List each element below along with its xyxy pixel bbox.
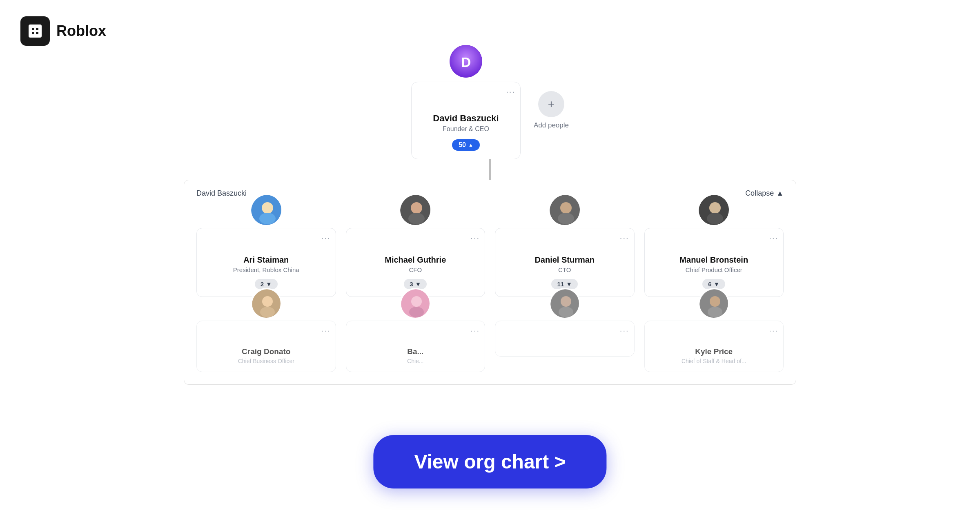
child-card-daniel: ··· Daniel Sturman CTO 11 ▼ bbox=[495, 228, 635, 297]
d3-avatar bbox=[549, 288, 580, 319]
kyle-more-button[interactable]: ··· bbox=[769, 326, 778, 335]
svg-point-9 bbox=[262, 202, 273, 214]
svg-rect-0 bbox=[29, 25, 42, 38]
root-name: David Baszucki bbox=[433, 113, 499, 124]
root-avatar: D bbox=[448, 44, 483, 79]
ba-name: Ba... bbox=[407, 347, 423, 356]
craig-name: Craig Donato bbox=[242, 347, 290, 356]
daniel-more-button[interactable]: ··· bbox=[620, 233, 629, 243]
child-card-ari: ··· Ari Staiman President, Roblox China … bbox=[196, 228, 336, 297]
svg-point-28 bbox=[707, 213, 723, 224]
child-card-wrapper-manuel: ··· Manuel Bronstein Chief Product Offic… bbox=[644, 210, 784, 297]
header: Roblox bbox=[20, 16, 106, 46]
view-org-chart-button[interactable]: View org chart > bbox=[373, 435, 606, 488]
ari-title: President, Roblox China bbox=[233, 266, 299, 273]
ba-more-button[interactable]: ··· bbox=[470, 326, 480, 335]
kyle-title: Chief of Staff & Head of... bbox=[682, 358, 746, 364]
root-title: Founder & CEO bbox=[443, 125, 489, 133]
daniel-name: Daniel Sturman bbox=[535, 255, 595, 265]
chevron-up-icon: ▲ bbox=[468, 142, 473, 148]
add-people-label: Add people bbox=[534, 121, 569, 129]
svg-rect-1 bbox=[32, 28, 34, 30]
craig-avatar bbox=[251, 288, 282, 319]
collapse-label: Collapse bbox=[745, 189, 774, 198]
child-col-daniel: ··· Daniel Sturman CTO 11 ▼ bbox=[495, 210, 635, 372]
svg-point-19 bbox=[409, 307, 424, 317]
child-col-ari: ··· Ari Staiman President, Roblox China … bbox=[196, 210, 336, 372]
svg-point-24 bbox=[561, 296, 571, 307]
daniel-title: CTO bbox=[558, 266, 571, 273]
app-name: Roblox bbox=[56, 22, 106, 40]
add-people-button[interactable]: + Add people bbox=[534, 91, 569, 129]
child-card-wrapper-daniel: ··· Daniel Sturman CTO 11 ▼ bbox=[495, 210, 635, 297]
svg-rect-3 bbox=[32, 32, 34, 34]
svg-point-30 bbox=[710, 296, 720, 307]
michael-avatar bbox=[399, 194, 432, 226]
ari-avatar bbox=[250, 194, 283, 226]
manuel-more-button[interactable]: ··· bbox=[769, 233, 778, 243]
michael-chevron-icon: ▼ bbox=[415, 281, 421, 288]
svg-point-16 bbox=[408, 213, 425, 224]
grandchild-card-craig: ··· Craig Donato Chief Business Officer bbox=[196, 321, 336, 372]
svg-point-21 bbox=[560, 202, 572, 214]
manuel-count: 6 bbox=[708, 281, 711, 288]
manuel-title: Chief Product Officer bbox=[686, 266, 742, 273]
svg-point-27 bbox=[709, 202, 721, 214]
svg-text:D: D bbox=[461, 55, 471, 70]
roblox-logo-icon bbox=[26, 22, 44, 40]
kyle-name: Kyle Price bbox=[695, 347, 733, 356]
root-count: 50 bbox=[459, 141, 466, 149]
ari-name: Ari Staiman bbox=[243, 255, 289, 265]
svg-point-18 bbox=[411, 296, 422, 307]
d3-more-button[interactable]: ··· bbox=[620, 326, 629, 335]
ari-chevron-icon: ▼ bbox=[266, 281, 272, 288]
collapse-button[interactable]: Collapse ▲ bbox=[745, 189, 784, 198]
daniel-chevron-icon: ▼ bbox=[566, 281, 572, 288]
michael-more-button[interactable]: ··· bbox=[470, 233, 480, 243]
grandchild-card-ba: ··· Ba... Chie... bbox=[346, 321, 486, 372]
manuel-avatar bbox=[697, 194, 730, 226]
root-card-wrapper: D ··· David Baszucki Founder & CEO 50 ▲ bbox=[411, 61, 521, 159]
grandchild-card-kyle: ··· Kyle Price Chief of Staff & Head of.… bbox=[644, 321, 784, 372]
child-card-wrapper-michael: ··· Michael Guthrie CFO 3 ▼ bbox=[346, 210, 486, 297]
root-connector bbox=[490, 159, 490, 180]
root-more-button[interactable]: ··· bbox=[506, 87, 515, 96]
chevron-collapse-icon: ▲ bbox=[776, 189, 784, 198]
svg-point-22 bbox=[558, 213, 574, 224]
child-col-manuel: ··· Manuel Bronstein Chief Product Offic… bbox=[644, 210, 784, 372]
grandchild-wrapper-craig: ··· Craig Donato Chief Business Officer bbox=[196, 303, 336, 372]
section-owner: David Baszucki bbox=[196, 189, 247, 198]
grandchild-wrapper-ba: ··· Ba... Chie... bbox=[346, 303, 486, 372]
grandchild-wrapper-d3: ··· bbox=[495, 303, 635, 357]
grandchild-wrapper-kyle: ··· Kyle Price Chief of Staff & Head of.… bbox=[644, 303, 784, 372]
add-circle-icon: + bbox=[538, 91, 564, 117]
logo-box bbox=[20, 16, 50, 46]
svg-rect-4 bbox=[36, 32, 38, 34]
ba-title: Chie... bbox=[407, 358, 423, 364]
root-card: ··· David Baszucki Founder & CEO 50 ▲ bbox=[411, 82, 521, 159]
ari-more-button[interactable]: ··· bbox=[321, 233, 331, 243]
grandchild-card-d3: ··· bbox=[495, 321, 635, 357]
svg-point-31 bbox=[708, 307, 722, 317]
child-card-manuel: ··· Manuel Bronstein Chief Product Offic… bbox=[644, 228, 784, 297]
root-count-badge[interactable]: 50 ▲ bbox=[452, 139, 480, 151]
kyle-avatar bbox=[698, 288, 729, 319]
section-header: David Baszucki Collapse ▲ bbox=[196, 185, 784, 202]
manuel-name: Manuel Bronstein bbox=[679, 255, 748, 265]
manuel-chevron-icon: ▼ bbox=[713, 281, 719, 288]
svg-point-12 bbox=[262, 296, 273, 307]
svg-rect-2 bbox=[36, 28, 38, 30]
michael-count: 3 bbox=[410, 281, 413, 288]
child-col-michael: ··· Michael Guthrie CFO 3 ▼ bbox=[346, 210, 486, 372]
ba-avatar bbox=[400, 288, 431, 319]
michael-title: CFO bbox=[409, 266, 422, 273]
svg-point-15 bbox=[411, 202, 422, 214]
craig-more-button[interactable]: ··· bbox=[321, 326, 331, 335]
children-section: David Baszucki Collapse ▲ bbox=[184, 180, 796, 385]
svg-point-10 bbox=[259, 213, 276, 224]
children-grid: ··· Ari Staiman President, Roblox China … bbox=[196, 210, 784, 372]
svg-point-25 bbox=[559, 307, 573, 317]
daniel-avatar bbox=[548, 194, 581, 226]
david-avatar-img: D bbox=[450, 45, 482, 78]
ari-count: 2 bbox=[261, 281, 264, 288]
